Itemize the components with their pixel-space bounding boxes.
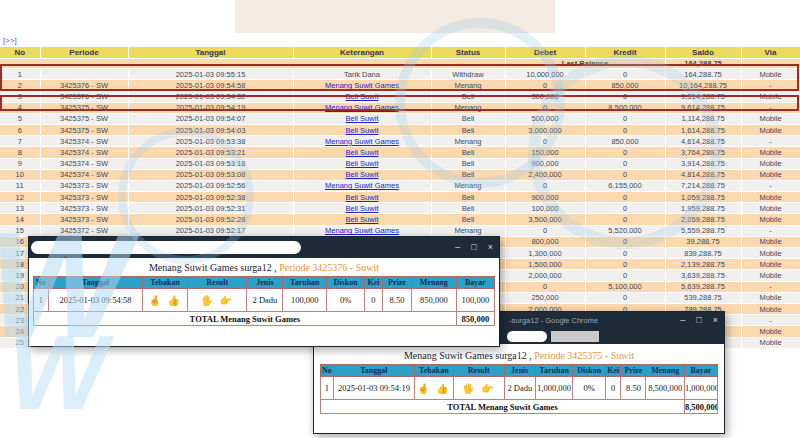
maximize-icon[interactable]: □: [471, 243, 476, 252]
cell-no: 1: [0, 69, 40, 80]
cell-status: Menang: [431, 136, 505, 147]
column-header-keterangan: Keterangan: [293, 47, 431, 59]
table-row: 113425373 - SW2025-01-03 09:52:56Menang …: [0, 180, 800, 191]
column-header-debet: Debet: [505, 47, 585, 59]
cell-periode: 3425374 - SW: [40, 158, 128, 169]
cell-status: Beli: [431, 214, 505, 225]
cell-via: -: [741, 102, 800, 113]
keterangan-link[interactable]: Menang Suwit Games: [325, 181, 399, 190]
table-row: 103425374 - SW2025-01-03 09:53:08Beli Su…: [0, 169, 800, 180]
cell-periode: 3425375 - SW: [40, 113, 128, 124]
cell-kredit: 8,500,000: [585, 102, 665, 113]
cell-via: Mobile: [741, 203, 800, 214]
keterangan-link[interactable]: Beli Suwit: [346, 193, 379, 202]
table-row: 73425374 - SW2025-01-03 09:53:38Menang S…: [0, 136, 800, 147]
popup1-titlebar[interactable]: – □ ×: [29, 237, 499, 258]
cell-via: Mobile: [741, 158, 800, 169]
keterangan-link[interactable]: Beli Suwit: [346, 92, 379, 101]
cell-via: -: [741, 315, 800, 326]
game-cell-tanggal: 2025-01-03 09:54:19: [333, 377, 414, 400]
keterangan-link[interactable]: Beli Suwit: [346, 126, 379, 135]
cell-status: Beli: [431, 147, 505, 158]
game-column-jenis: Jenis: [247, 277, 283, 289]
keterangan-link[interactable]: Beli Suwit: [346, 204, 379, 213]
cell-via: Mobile: [741, 147, 800, 158]
cell-debet: 1,300,000: [505, 248, 585, 259]
game-total-value: 850,000: [456, 312, 494, 326]
game-column-tebakan: Tebakan: [143, 277, 188, 289]
popup2-title: Menang Suwit Games surga12 , Periode 342…: [314, 350, 724, 361]
cell-status: Menang: [431, 102, 505, 113]
cell-keterangan: Beli Suwit: [293, 192, 431, 203]
next-page-link[interactable]: [>>]: [3, 36, 17, 45]
cell-status: Withdraw: [431, 69, 505, 80]
tebakan-hand-icons: 🤞 👍: [143, 289, 188, 312]
maximize-icon[interactable]: □: [696, 316, 701, 325]
cell-kredit: 6,155,000: [585, 180, 665, 191]
cell-via: Mobile: [741, 169, 800, 180]
cell-status: Beli: [431, 192, 505, 203]
keterangan-link[interactable]: Beli Suwit: [346, 114, 379, 123]
cell-periode: 3425372 - SW: [40, 225, 128, 236]
cell-saldo: 4,814,288.75: [665, 169, 741, 180]
keterangan-link[interactable]: Beli Suwit: [346, 159, 379, 168]
cell-debet: 900,000: [505, 158, 585, 169]
cell-no: 3: [0, 91, 40, 102]
keterangan-link[interactable]: Beli Suwit: [346, 215, 379, 224]
cell-periode: 3425375 - SW: [40, 102, 128, 113]
game-column-menang: Menang: [411, 277, 456, 289]
close-icon[interactable]: ×: [488, 243, 493, 252]
close-icon[interactable]: ×: [713, 316, 718, 325]
cell-via: Mobile: [741, 337, 800, 348]
cell-keterangan: Beli Suwit: [293, 91, 431, 102]
cell-no: 14: [0, 214, 40, 225]
cell-tanggal: 2025-01-03 09:53:21: [128, 147, 293, 158]
minimize-icon[interactable]: –: [680, 316, 685, 325]
cell-no: 2: [0, 80, 40, 91]
keterangan-link[interactable]: Beli Suwit: [346, 170, 379, 179]
keterangan-link[interactable]: Beli Suwit: [346, 148, 379, 157]
cell-kredit: 0: [585, 69, 665, 80]
keterangan-link[interactable]: Menang Suwit Games: [325, 137, 399, 146]
cell-debet: 2,400,000: [505, 169, 585, 180]
cell-tanggal: 2025-01-03 09:54:07: [128, 113, 293, 124]
cell-keterangan: Menang Suwit Games: [293, 102, 431, 113]
game-column-taruhan: Taruhan: [535, 365, 573, 377]
game-column-result: Result: [453, 365, 504, 377]
cell-kredit: 0: [585, 91, 665, 102]
cell-no: 9: [0, 158, 40, 169]
game-column-kei: Kei: [364, 277, 382, 289]
cell-saldo: 839,288.75: [665, 248, 741, 259]
table-row: 33425376 - SW2025-01-03 09:54:32Beli Suw…: [0, 91, 800, 102]
game-cell-kei: 0: [364, 289, 382, 312]
keterangan-link[interactable]: Menang Suwit Games: [325, 81, 399, 90]
column-header-kredit: Kredit: [585, 47, 665, 59]
cell-keterangan: Menang Suwit Games: [293, 80, 431, 91]
keterangan-link[interactable]: Menang Suwit Games: [325, 103, 399, 112]
result-hand-icons: 🖐 👉: [187, 289, 246, 312]
cell-status: Beli: [431, 124, 505, 135]
cell-saldo: 39,288.75: [665, 236, 741, 247]
cell-saldo: 1,114,288.75: [665, 113, 741, 124]
game-cell-diskon: 0%: [573, 377, 606, 400]
game-cell-prize: 8.50: [621, 377, 646, 400]
game-column-taruhan: Taruhan: [283, 277, 327, 289]
cell-debet: 150,000: [505, 147, 585, 158]
cell-saldo: 164,288.75: [665, 69, 741, 80]
table-row: 93425374 - SW2025-01-03 09:53:18Beli Suw…: [0, 158, 800, 169]
game-column-diskon: Diskon: [327, 277, 365, 289]
cell-via: -: [741, 180, 800, 191]
cell-kredit: 0: [585, 236, 665, 247]
cell-saldo: 1,614,288.75: [665, 124, 741, 135]
cell-debet: 0: [505, 80, 585, 91]
game-row: 12025-01-03 09:54:19🤞 👍🖐 👉2 Dadu1,000,00…: [321, 377, 718, 400]
minimize-icon[interactable]: –: [455, 243, 460, 252]
column-header-periode: Periode: [40, 47, 128, 59]
game-cell-taruhan: 100,000: [283, 289, 327, 312]
popup2-game-table: NoTanggalTebakanResultJenisTaruhanDiskon…: [320, 364, 718, 414]
keterangan-link[interactable]: Menang Suwit Games: [325, 226, 399, 235]
cell-periode: 3425373 - SW: [40, 180, 128, 191]
cell-kredit: 0: [585, 169, 665, 180]
table-row: 153425372 - SW2025-01-03 09:52:17Menang …: [0, 225, 800, 236]
cell-via: Mobile: [741, 303, 800, 314]
